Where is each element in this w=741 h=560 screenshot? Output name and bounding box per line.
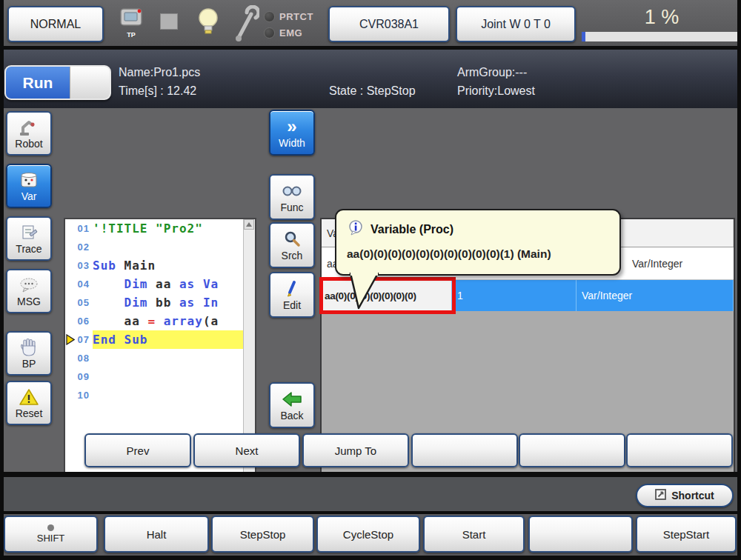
tool-srch-button[interactable]: Srch: [269, 222, 315, 268]
line-number: 03: [75, 260, 93, 271]
shift-label: SHIFT: [37, 533, 65, 544]
pendant-icon: [118, 7, 144, 29]
prtct-label: PRTCT: [279, 11, 313, 22]
code-line[interactable]: 01'!TITLE "Pro2": [65, 219, 243, 238]
jump-to-label: Jump To: [335, 444, 376, 457]
shift-button[interactable]: SHIFT: [4, 516, 98, 553]
shift-dot-icon: [47, 524, 54, 531]
run-toggle-knob[interactable]: [70, 67, 110, 99]
code-text[interactable]: aa = array(a: [93, 312, 243, 330]
next-button[interactable]: Next: [193, 433, 300, 467]
joint-mode-button[interactable]: Joint W 0 T 0: [456, 6, 576, 42]
shortcut-button[interactable]: Shortcut: [636, 484, 734, 507]
line-number: 02: [75, 241, 93, 253]
function-button-6[interactable]: [626, 433, 733, 467]
stop-square-icon[interactable]: [160, 13, 178, 30]
bottom-empty-button[interactable]: [528, 516, 633, 553]
stepstop-button[interactable]: StepStop: [211, 516, 314, 553]
magnifier-icon: [283, 230, 301, 249]
sidebar-item-reset[interactable]: Reset: [6, 381, 52, 425]
tool-label: Back: [280, 410, 303, 421]
run-toggle[interactable]: Run: [4, 65, 111, 100]
main-area: Robot Var Trace: [0, 108, 741, 473]
mode-button[interactable]: NORMAL: [7, 6, 104, 42]
code-text[interactable]: [93, 386, 243, 404]
sidebar-item-robot[interactable]: Robot: [6, 111, 52, 156]
tp-pendant-icon[interactable]: TP: [113, 7, 149, 39]
line-number: 05: [75, 297, 93, 308]
shortcut-bar: Shortcut: [0, 477, 741, 511]
tool-edit-button[interactable]: Edit: [269, 272, 315, 318]
code-line[interactable]: 02: [65, 238, 243, 256]
code-text[interactable]: [93, 238, 243, 256]
emg-lamp-icon: [264, 27, 275, 39]
project-label: CVR038A1: [359, 18, 419, 31]
mode-label: NORMAL: [30, 18, 81, 31]
speed-progress-bar[interactable]: [582, 32, 737, 41]
code-text[interactable]: Dim aa as Va: [93, 275, 243, 293]
project-button[interactable]: CVR038A1: [328, 6, 450, 42]
variable-type-cell: Var/Integer: [576, 280, 734, 311]
function-button-4[interactable]: [411, 433, 518, 467]
sidebar-item-label: Robot: [15, 138, 42, 150]
variable-name-cell[interactable]: aa(0)(0)(0)(0)(0)(0)(0): [322, 280, 452, 311]
code-text[interactable]: End Sub: [93, 330, 243, 349]
halt-button[interactable]: Halt: [104, 516, 209, 553]
wrench-icon[interactable]: [231, 5, 259, 45]
line-marker: [65, 256, 75, 275]
sidebar-item-msg[interactable]: MSG: [6, 269, 52, 313]
arm-group: ArmGroup:---: [457, 66, 527, 79]
code-line[interactable]: 07End Sub: [65, 330, 243, 349]
bottom-frame: [0, 556, 741, 560]
code-line[interactable]: 06 aa = array(a: [65, 312, 243, 330]
line-number: 01: [75, 223, 93, 234]
sidebar-item-var[interactable]: Var: [6, 164, 52, 208]
tooltip-body: aa(0)(0)(0)(0)(0)(0)(0)(0)(0)(0)(1) (Mai…: [347, 247, 551, 261]
line-number: 07: [75, 334, 93, 345]
sidebar-item-label: Var: [21, 190, 37, 202]
code-line[interactable]: 03Sub Main: [65, 256, 243, 275]
sidebar-item-trace[interactable]: Trace: [6, 216, 52, 261]
prev-button[interactable]: Prev: [84, 433, 191, 467]
start-button[interactable]: Start: [423, 516, 525, 553]
divider: [0, 472, 741, 477]
pencil-icon: [284, 279, 300, 299]
scroll-up-button[interactable]: [244, 219, 254, 230]
table-row-selected[interactable]: aa(0)(0)(0)(0)(0)(0)(0) 1 Var/Integer: [322, 280, 734, 311]
code-line[interactable]: 04 Dim aa as Va: [65, 275, 243, 293]
line-number: 04: [75, 279, 93, 290]
line-number: 06: [75, 316, 93, 327]
tooltip-title: Variable (Proc): [370, 223, 453, 236]
line-number: 10: [75, 390, 93, 401]
code-text[interactable]: Dim bb as In: [93, 293, 243, 312]
sidebar-item-bp[interactable]: BP: [6, 331, 52, 376]
function-button-5[interactable]: [519, 433, 625, 467]
code-line[interactable]: 10: [65, 386, 243, 404]
stepstart-label: StepStart: [663, 528, 710, 541]
tool-width-button[interactable]: » Width: [269, 110, 315, 156]
line-marker: [65, 367, 75, 386]
code-line[interactable]: 08: [65, 349, 243, 367]
code-line[interactable]: 09: [65, 367, 243, 386]
dice-icon: [19, 170, 39, 190]
double-chevron-right-icon: »: [287, 117, 296, 136]
program-state: State : StepStop: [329, 84, 416, 98]
hand-icon: [20, 338, 38, 357]
tool-func-button[interactable]: Func: [269, 174, 315, 220]
lamp-icon[interactable]: [197, 7, 219, 41]
code-text[interactable]: Sub Main: [93, 256, 243, 275]
prtct-indicator: PRTCT: [264, 11, 313, 22]
priority: Priority:Lowest: [457, 84, 535, 98]
code-text[interactable]: [93, 367, 243, 386]
code-text[interactable]: [93, 349, 243, 367]
code-text[interactable]: '!TITLE "Pro2": [93, 219, 243, 238]
cyclestop-button[interactable]: CycleStop: [316, 516, 420, 553]
stepstart-button[interactable]: StepStart: [636, 516, 737, 553]
code-line[interactable]: 05 Dim bb as In: [65, 293, 243, 312]
variable-value-cell[interactable]: 1: [452, 280, 576, 311]
tp-label: TP: [113, 31, 149, 39]
line-marker: [65, 238, 75, 256]
tool-back-button[interactable]: Back: [269, 382, 315, 428]
program-time: Time[s] : 12.42: [119, 84, 196, 98]
jump-to-button[interactable]: Jump To: [302, 433, 409, 467]
